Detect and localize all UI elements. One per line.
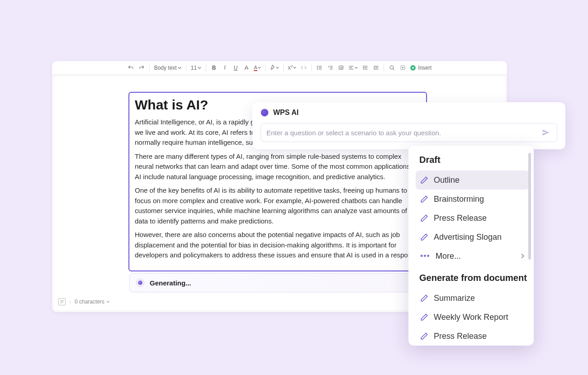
insert-button[interactable]: Insert xyxy=(408,63,433,73)
menu-item-label: Outline xyxy=(434,176,460,185)
checklist-button[interactable] xyxy=(336,63,346,73)
outdent-button[interactable] xyxy=(371,63,381,73)
generating-bar: Generating... Stop xyxy=(129,273,428,292)
code-button[interactable] xyxy=(299,63,308,73)
redo-button[interactable] xyxy=(137,63,147,73)
underline-button[interactable]: U xyxy=(231,63,241,73)
pencil-icon xyxy=(420,332,428,340)
pencil-icon xyxy=(420,313,428,321)
search-button[interactable] xyxy=(387,63,397,73)
menu-item-brainstorming[interactable]: Brainstorming xyxy=(416,190,529,209)
more-icon: ••• xyxy=(420,252,430,261)
ai-panel-title: WPS AI xyxy=(273,109,299,117)
svg-point-3 xyxy=(317,66,318,66)
font-size-value: 11 xyxy=(191,65,197,71)
menu-section-draft: Draft xyxy=(416,155,529,165)
menu-section-generate: Generate from document xyxy=(416,273,529,283)
chevron-right-icon xyxy=(520,253,525,259)
menu-item-label: Brainstorming xyxy=(434,195,484,204)
paragraph-style-select[interactable]: Body text xyxy=(152,63,183,73)
wps-ai-panel: WPS AI xyxy=(252,102,565,149)
menu-item-label: Press Release xyxy=(434,214,487,223)
italic-button[interactable]: I xyxy=(220,63,230,73)
ai-question-input[interactable] xyxy=(266,129,541,137)
generating-label: Generating... xyxy=(150,279,408,287)
menu-item-label: More... xyxy=(436,252,461,261)
highlight-button[interactable] xyxy=(268,63,280,73)
pencil-icon xyxy=(420,195,428,203)
generating-spinner-icon xyxy=(136,279,144,287)
menu-item-press-release[interactable]: Press Release xyxy=(416,209,529,228)
wps-ai-logo-icon xyxy=(261,109,269,117)
bold-button[interactable]: B xyxy=(209,63,219,73)
style-label: Body text xyxy=(154,65,177,71)
svg-point-5 xyxy=(317,69,318,69)
ai-input-row xyxy=(261,123,557,142)
menu-item-summarize[interactable]: Summarize xyxy=(416,289,529,308)
pencil-icon xyxy=(420,214,428,222)
paragraph: However, there are also concerns about t… xyxy=(135,230,421,261)
character-count[interactable]: 0 characters xyxy=(75,299,110,305)
bullet-list-button[interactable] xyxy=(314,63,324,73)
svg-line-20 xyxy=(393,69,394,70)
ai-panel-header: WPS AI xyxy=(261,109,557,117)
alignment-button[interactable] xyxy=(347,63,359,73)
pencil-icon xyxy=(420,176,428,184)
pencil-icon xyxy=(420,294,428,302)
superscript-button[interactable]: X2 xyxy=(286,63,298,73)
menu-item-label: Press Release xyxy=(434,332,487,341)
menu-item-more[interactable]: ••• More... xyxy=(416,247,529,266)
menu-item-label: Weekly Work Report xyxy=(434,313,508,322)
toolbar: Body text 11 B I U A A X2 xyxy=(52,61,507,75)
strikethrough-button[interactable]: A xyxy=(242,63,251,73)
menu-item-outline[interactable]: Outline xyxy=(416,171,529,190)
paragraph: There are many different types of AI, ra… xyxy=(135,152,421,182)
ai-scenarios-menu: Draft Outline Brainstorming Press Releas… xyxy=(408,146,534,346)
insert-label: Insert xyxy=(418,65,432,71)
menu-item-label: Summarize xyxy=(434,294,475,303)
outline-icon[interactable] xyxy=(58,298,66,305)
indent-button[interactable] xyxy=(360,63,370,73)
menu-item-label: Advertising Slogan xyxy=(434,233,502,242)
menu-item-advertising-slogan[interactable]: Advertising Slogan xyxy=(416,228,529,247)
menu-item-weekly-work-report[interactable]: Weekly Work Report xyxy=(416,308,529,327)
numbered-list-button[interactable] xyxy=(325,63,335,73)
pencil-icon xyxy=(420,233,428,241)
svg-rect-9 xyxy=(339,66,343,70)
font-color-button[interactable]: A xyxy=(252,63,262,73)
font-size-select[interactable]: 11 xyxy=(189,63,203,73)
add-button[interactable] xyxy=(398,63,408,73)
paragraph: One of the key benefits of AI is its abi… xyxy=(135,185,421,226)
send-button[interactable] xyxy=(541,127,551,138)
svg-point-19 xyxy=(390,66,394,69)
undo-button[interactable] xyxy=(126,63,136,73)
menu-item-press-release-2[interactable]: Press Release xyxy=(416,327,529,346)
svg-point-4 xyxy=(317,67,318,68)
